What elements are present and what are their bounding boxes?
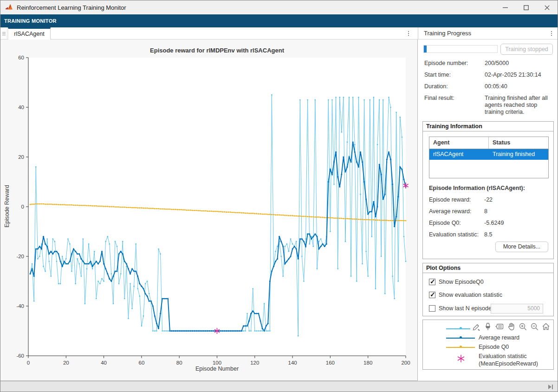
agents-table-header: Agent Status	[429, 137, 548, 149]
show-evaluation-statistic-checkbox[interactable]	[429, 292, 435, 298]
svg-text:-40: -40	[16, 303, 24, 309]
datatip-icon[interactable]	[494, 321, 504, 331]
evaluation-statistic-label: Evaluation statistic:	[429, 231, 484, 238]
training-information-title: Training Information	[423, 122, 553, 131]
brush-icon[interactable]	[483, 321, 493, 331]
show-evaluation-statistic-row[interactable]: Show evaluation statistic	[429, 292, 502, 298]
duration-value: 00:05:40	[485, 83, 553, 90]
tab-strip: rlSACAgent Training Progress	[0, 27, 558, 39]
collapse-panel-icon[interactable]	[547, 384, 554, 390]
status-cell: Training finished	[489, 149, 535, 160]
average-reward-label: Average reward:	[429, 208, 484, 215]
home-icon[interactable]	[541, 321, 551, 331]
show-last-n-episodes-label: Show last N episodes	[439, 305, 494, 312]
training-progress-bar	[423, 45, 498, 53]
panel-options-kebab-icon[interactable]	[547, 29, 556, 38]
tab-options-kebab-icon[interactable]	[404, 29, 413, 38]
final-result-value: Training finished after all agents reach…	[485, 95, 553, 116]
app-window: Reinforcement Learning Training Monitor …	[0, 0, 558, 392]
svg-text:60: 60	[139, 360, 145, 366]
episode-reward-value: -22	[484, 196, 493, 203]
evaluation-statistic-row: Evaluation statistic:8.5	[429, 231, 492, 238]
axes-toolbar	[470, 321, 552, 332]
panel-divider	[418, 27, 418, 39]
svg-text:-20: -20	[16, 254, 24, 259]
show-last-n-episodes-row[interactable]: Show last N episodes 5000	[429, 305, 549, 312]
svg-text:120: 120	[250, 360, 259, 366]
svg-text:80: 80	[176, 360, 182, 366]
minimize-button[interactable]	[495, 0, 516, 14]
zoom-out-icon[interactable]	[529, 321, 539, 331]
episode-number-row: Episode number:200/5000	[424, 60, 553, 67]
bottom-scrollbar[interactable]	[0, 381, 558, 392]
duration-row: Duration:00:05:40	[424, 83, 553, 90]
training-progress-fill	[424, 46, 427, 52]
episode-reward-marker	[460, 327, 462, 329]
final-result-row: Final result:Training finished after all…	[424, 95, 553, 116]
svg-text:0: 0	[27, 360, 30, 366]
episode-information-title: Episode Information (rlSACAgent):	[429, 185, 525, 191]
title-bar: Reinforcement Learning Training Monitor	[0, 0, 558, 14]
episode-q0-label: Episode Q0:	[429, 220, 484, 226]
start-time-value: 02-Apr-2025 21:30:14	[485, 72, 553, 78]
show-episodeq0-checkbox[interactable]	[429, 279, 435, 285]
svg-text:-60: -60	[16, 353, 24, 359]
svg-text:160: 160	[326, 360, 335, 366]
pan-icon[interactable]	[506, 321, 516, 331]
episode-q0-row: Episode Q0:-5.6249	[429, 220, 504, 226]
svg-text:20: 20	[18, 154, 24, 160]
svg-text:40: 40	[101, 360, 107, 366]
close-button[interactable]	[537, 0, 558, 14]
svg-text:20: 20	[63, 360, 69, 366]
maximize-button[interactable]	[516, 0, 537, 14]
show-episodeq0-label: Show EpisodeQ0	[439, 279, 484, 285]
average-reward-row: Average reward:8	[429, 208, 487, 215]
zoom-in-icon[interactable]	[518, 321, 527, 331]
final-result-label: Final result:	[424, 95, 485, 101]
svg-text:0: 0	[21, 204, 24, 209]
more-details-button[interactable]: More Details...	[495, 242, 548, 252]
matlab-logo-icon	[5, 4, 13, 11]
show-episodeq0-row[interactable]: Show EpisodeQ0	[429, 279, 484, 285]
tab-rlsacagent[interactable]: rlSACAgent	[8, 27, 51, 39]
svg-text:180: 180	[363, 360, 372, 366]
start-time-label: Start time:	[424, 72, 485, 78]
n-episodes-input[interactable]: 5000	[491, 304, 543, 314]
legend-label-evaluation-statistic: Evaluation statistic(MeanEpisodeReward)	[479, 353, 538, 367]
legend-label-average-reward: Average reward	[479, 334, 519, 341]
plot-options-title: Plot Options	[423, 263, 553, 273]
legend-label-episode-q0: Episode Q0	[479, 343, 509, 351]
average-reward-value: 8	[484, 208, 487, 215]
evaluation-asterisk-marker	[456, 354, 466, 363]
episode-reward-row: Episode reward:-22	[429, 196, 493, 203]
svg-text:100: 100	[213, 360, 221, 366]
legend-item-episode-q0[interactable]: Episode Q0	[423, 343, 553, 352]
training-information-section: Training Information Agent Status rlSACA…	[422, 121, 554, 259]
training-progress-panel: Training stopped Episode number:200/5000…	[417, 39, 558, 381]
panel-title: Training Progress	[424, 27, 471, 39]
svg-text:200: 200	[401, 360, 410, 366]
ribbon-tab-training-monitor[interactable]: TRAINING MONITOR	[0, 14, 558, 27]
episode-number-label: Episode number:	[424, 60, 485, 66]
status-column-header: Status	[489, 137, 510, 149]
export-icon[interactable]	[471, 321, 481, 331]
agent-cell: rlSACAgent	[429, 149, 489, 160]
episode-q0-value: -5.6249	[484, 220, 504, 226]
training-chart[interactable]: -60-40-200204060020406080100120140160180…	[0, 39, 417, 381]
evaluation-statistic-value: 8.5	[484, 231, 492, 238]
training-stopped-button[interactable]: Training stopped	[500, 44, 553, 55]
chart-pane: Episode reward for rlMDPEnv with rlSACAg…	[0, 39, 417, 381]
drag-handle-icon[interactable]	[0, 27, 7, 39]
show-last-n-episodes-checkbox[interactable]	[429, 305, 435, 312]
episode-number-value: 200/5000	[485, 60, 553, 67]
agent-column-header: Agent	[429, 137, 489, 149]
legend-box: Episo Average reward Episode Q0 Evaluati…	[422, 320, 554, 370]
svg-text:40: 40	[18, 105, 24, 110]
duration-label: Duration:	[424, 83, 485, 90]
legend-item-average-reward[interactable]: Average reward	[423, 334, 553, 342]
legend-item-evaluation-statistic[interactable]: Evaluation statistic(MeanEpisodeReward)	[423, 353, 553, 367]
start-time-row: Start time:02-Apr-2025 21:30:14	[424, 72, 553, 78]
svg-text:140: 140	[288, 360, 297, 366]
table-row[interactable]: rlSACAgent Training finished	[429, 149, 548, 160]
agents-table: Agent Status rlSACAgent Training finishe…	[429, 137, 549, 178]
